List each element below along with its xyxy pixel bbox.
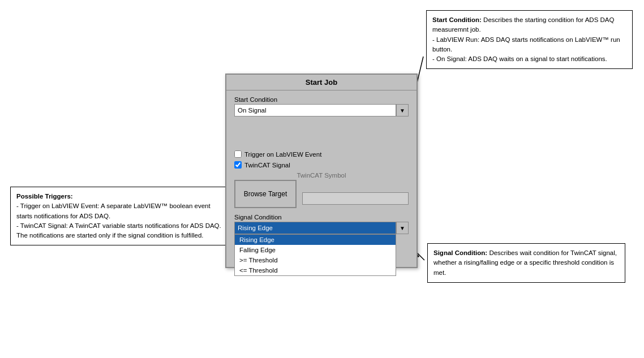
signal-condition-title: Signal Condition:: [433, 249, 487, 256]
possible-triggers-text: - Trigger on LabVIEW Event: A separate L…: [16, 202, 221, 239]
signal-condition-list: Rising Edge Falling Edge >= Threshold <=…: [234, 234, 396, 276]
dialog-titlebar: Start Job: [226, 75, 417, 90]
signal-option-falling-edge[interactable]: Falling Edge: [235, 245, 396, 255]
signal-condition-label: Signal Condition: [234, 214, 409, 221]
twincat-symbol-input[interactable]: [302, 192, 409, 205]
possible-triggers-annotation: Possible Triggers:- Trigger on LabVIEW E…: [10, 187, 231, 245]
dialog-title: Start Job: [306, 78, 337, 87]
start-condition-label: Start Condition: [234, 96, 409, 103]
start-condition-text: Describes the starting condition for ADS…: [432, 16, 620, 62]
twincat-signal-checkbox[interactable]: [234, 161, 242, 169]
signal-condition-selected[interactable]: Rising Edge: [234, 222, 396, 234]
twincat-signal-label: TwinCAT Signal: [244, 162, 290, 169]
trigger-labview-checkbox[interactable]: [234, 150, 242, 158]
start-condition-arrow[interactable]: ▼: [396, 104, 409, 117]
browse-target-button[interactable]: Browse Target: [234, 180, 297, 208]
trigger-labview-row: Trigger on LabVIEW Event: [234, 150, 409, 158]
trigger-labview-label: Trigger on LabVIEW Event: [244, 151, 321, 158]
signal-condition-header: Rising Edge ▼: [234, 222, 409, 234]
start-condition-value[interactable]: On Signal: [234, 104, 396, 117]
start-condition-annotation: Start Condition: Describes the starting …: [426, 10, 633, 69]
dialog-body: Start Condition On Signal ▼ Trigger on L…: [226, 90, 417, 267]
signal-option-lte-threshold[interactable]: <= Threshold: [235, 265, 396, 275]
signal-condition-dropdown-container: Rising Edge ▼ Rising Edge Falling Edge >…: [234, 222, 409, 234]
signal-condition-section: Signal Condition Rising Edge ▼ Rising Ed…: [234, 214, 409, 234]
signal-option-rising-edge[interactable]: Rising Edge: [235, 235, 396, 245]
spacer: [234, 122, 409, 150]
start-condition-dropdown-wrapper: On Signal ▼: [234, 104, 409, 117]
possible-triggers-title: Possible Triggers:: [16, 193, 73, 200]
twincat-symbol-label: TwinCAT Symbol: [234, 172, 409, 179]
start-condition-title: Start Condition:: [432, 16, 482, 23]
signal-condition-annotation: Signal Condition: Describes wait conditi…: [427, 243, 625, 283]
signal-option-gte-threshold[interactable]: >= Threshold: [235, 255, 396, 265]
twin-section: Browse Target: [234, 180, 409, 208]
signal-condition-arrow[interactable]: ▼: [396, 222, 409, 234]
start-job-dialog: Start Job Start Condition On Signal ▼ Tr…: [225, 74, 418, 268]
twincat-signal-row: TwinCAT Signal: [234, 161, 409, 169]
